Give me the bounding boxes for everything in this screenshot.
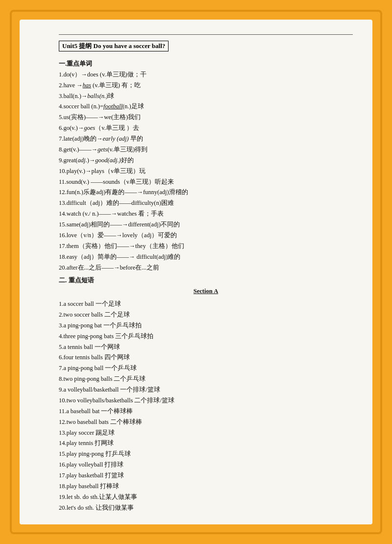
phrase-9: 9.a volleyball/basketball 一个排球/篮球	[59, 385, 353, 396]
word-item-10: 10.play(v.)→plays（v单三现）玩	[59, 166, 353, 177]
phrase-20: 20.let's do sth. 让我们做某事	[59, 503, 353, 514]
phrase-12: 12.two baseball bats 二个棒球棒	[59, 417, 353, 428]
word-item-16: 16.love（v/n）爱——→lovely（adj）可爱的	[59, 230, 353, 241]
phrase-4: 4.three ping-pong bats 三个乒乓球拍	[59, 331, 353, 342]
phrase-6: 6.four tennis balls 四个网球	[59, 352, 353, 363]
phrase-13: 13.play soccer 踢足球	[59, 428, 353, 439]
phrase-18: 18.play baseball 打棒球	[59, 481, 353, 492]
phrase-10: 10.two volleyballs/basketballs 二个排球/篮球	[59, 396, 353, 406]
phrase-8: 8.two ping-pong balls 二个乒乓球	[59, 374, 353, 385]
word-item-5: 5.us(宾格)——→we(主格)我们	[59, 112, 353, 123]
word-item-7: 7.late(adj)晚的→early (adj) 早的	[59, 134, 353, 145]
word-item-13: 13.difficult（adj）难的——difficulty(n)困难	[59, 198, 353, 209]
word-item-17: 17.them（宾格）他们——→they（主格）他们	[59, 241, 353, 252]
word-item-2: 2.have →has (v.单三现) 有；吃	[59, 80, 353, 91]
word-item-15: 15.same(adj)相同的——→different(adj)不同的	[59, 220, 353, 230]
phrase-7: 7.a ping-pong ball 一个乒乓球	[59, 363, 353, 374]
word-item-4: 4.soccer ball (n.)=football(n.)足球	[59, 101, 353, 112]
phrase-14: 14.play tennis 打网球	[59, 438, 353, 449]
phrase-15: 15.play ping-pong 打乒乓球	[59, 449, 353, 460]
phrase-5: 5.a tennis ball 一个网球	[59, 342, 353, 353]
top-line	[59, 34, 353, 35]
word-item-9: 9.great(adj.)→good(adj.)好的	[59, 155, 353, 166]
phrase-2: 2.two soccer balls 二个足球	[59, 310, 353, 321]
word-item-14: 14.watch (v./ n.)——→watches 看；手表	[59, 209, 353, 220]
section1-heading: 一.重点单词	[59, 58, 353, 70]
section2-heading: 二. 重点短语	[59, 275, 353, 286]
phrase-3: 3.a ping-pong bat 一个乒乓球拍	[59, 321, 353, 331]
word-item-1: 1.do(v）→does (v.单三现)做；干	[59, 70, 353, 80]
phrase-17: 17.play basketball 打篮球	[59, 470, 353, 481]
word-item-3: 3.ball(n.)→balls(n.)球	[59, 91, 353, 102]
main-content: 一.重点单词 1.do(v）→does (v.单三现)做；干 2.have →h…	[59, 58, 353, 514]
phrase-19: 19.let sb. do sth.让某人做某事	[59, 492, 353, 503]
word-item-8: 8.get(v.)——→gets(v.单三现)得到	[59, 145, 353, 155]
phrase-16: 16.play volleyball 打排球	[59, 460, 353, 470]
page: Unit5 提纲 Do you have a soccer ball? 一.重点…	[20, 20, 372, 524]
word-item-20: 20.after在...之后——→before在...之前	[59, 263, 353, 273]
word-item-6: 6.go(v.)→goes（v.单三现 ）去	[59, 123, 353, 134]
unit-title: Unit5 提纲 Do you have a soccer ball?	[59, 41, 169, 51]
word-item-12: 12.fun(n.)乐趣adj)有趣的——→funny(adj)滑稽的	[59, 187, 353, 198]
word-item-11: 11.sound(v.) ——sounds（v单三现）听起来	[59, 177, 353, 188]
outer-border: Unit5 提纲 Do you have a soccer ball? 一.重点…	[10, 10, 382, 534]
section-a-label: Section A	[59, 286, 353, 298]
word-item-18: 18.easy（adj）简单的——→ difficult(adj)难的	[59, 252, 353, 263]
phrase-11: 11.a baseball bat 一个棒球棒	[59, 406, 353, 417]
phrase-1: 1.a soccer ball 一个足球	[59, 299, 353, 310]
